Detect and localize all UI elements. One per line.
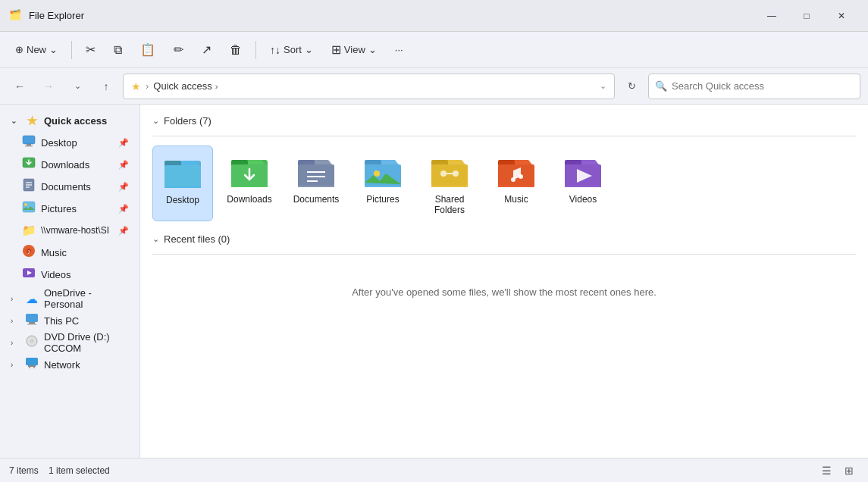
folder-documents-icon — [295, 152, 337, 191]
search-input[interactable] — [672, 80, 854, 92]
up-button[interactable]: ↑ — [94, 74, 118, 99]
expand-icon: ⌄ — [11, 117, 20, 125]
paste-button[interactable]: 📋 — [133, 37, 163, 63]
svg-point-9 — [24, 203, 27, 206]
sidebar-item-downloads[interactable]: Downloads 📌 — [3, 154, 136, 175]
expand-right-icon-pc: › — [11, 317, 20, 325]
more-icon: ··· — [395, 44, 403, 55]
network-icon — [24, 356, 39, 373]
more-button[interactable]: ··· — [387, 37, 411, 63]
sidebar-item-onedrive[interactable]: › ☁ OneDrive - Personal — [3, 288, 136, 309]
refresh-button[interactable]: ↻ — [619, 74, 644, 99]
cut-icon: ✂ — [86, 42, 96, 57]
folders-chevron-icon: ⌄ — [152, 116, 159, 126]
downloads-icon — [21, 156, 36, 173]
sidebar-item-videos[interactable]: Videos — [3, 264, 136, 285]
sidebar-item-music[interactable]: ♪ Music — [3, 242, 136, 263]
desktop-label: Desktop — [41, 137, 114, 149]
svg-rect-22 — [26, 358, 38, 365]
folder-music[interactable]: Music — [486, 146, 547, 221]
svg-rect-2 — [25, 146, 33, 147]
folder-videos[interactable]: Videos — [553, 146, 613, 221]
sidebar-quick-access-header[interactable]: ⌄ ★ Quick access — [3, 110, 136, 131]
sort-arrows-icon: ↑↓ — [270, 44, 280, 56]
onedrive-label: OneDrive - Personal — [44, 287, 129, 310]
folder-pictures-label: Pictures — [366, 194, 399, 205]
view-button[interactable]: ⊞ View ⌄ — [324, 37, 384, 63]
network-folder-icon: 📁 — [21, 224, 36, 237]
folder-shared[interactable]: Shared Folders — [419, 146, 480, 221]
close-button[interactable]: ✕ — [824, 0, 859, 32]
delete-button[interactable]: 🗑 — [222, 37, 249, 63]
title-bar: 🗂️ File Explorer — □ ✕ — [0, 0, 868, 32]
svg-rect-47 — [431, 164, 468, 186]
copy-button[interactable]: ⧉ — [106, 37, 130, 63]
folder-shared-label: Shared Folders — [422, 194, 477, 215]
sidebar-item-documents[interactable]: Documents 📌 — [3, 176, 136, 197]
sidebar-item-network[interactable]: › Network — [3, 354, 136, 375]
thispc-label: This PC — [44, 315, 129, 327]
grid-view-button[interactable]: ⊞ — [839, 461, 859, 480]
sidebar-item-pictures[interactable]: Pictures 📌 — [3, 198, 136, 219]
view-icon: ⊞ — [331, 42, 341, 57]
share-button[interactable]: ↗ — [194, 37, 219, 63]
separator-1 — [71, 41, 72, 59]
folder-pictures[interactable]: Pictures — [353, 146, 413, 221]
pin-icon-pic: 📌 — [118, 204, 129, 214]
folder-desktop-label: Desktop — [166, 195, 199, 205]
sidebar-item-thispc[interactable]: › This PC — [3, 310, 136, 331]
folders-divider — [152, 136, 856, 136]
rename-button[interactable]: ✏ — [166, 37, 191, 63]
svg-rect-0 — [23, 136, 35, 144]
sidebar-item-vmware[interactable]: 📁 \\vmware-host\SI 📌 — [3, 220, 136, 241]
search-box[interactable]: 🔍 — [648, 74, 860, 99]
address-input[interactable]: ★ › Quick access › ⌄ — [123, 74, 615, 99]
dvd-label: DVD Drive (D:) CCCOM — [44, 331, 129, 354]
svg-point-25 — [33, 367, 35, 368]
folder-music-icon — [495, 152, 537, 191]
documents-icon — [21, 178, 36, 195]
folder-desktop[interactable]: Desktop — [152, 146, 213, 221]
address-path: Quick access › — [153, 80, 595, 92]
svg-text:♪: ♪ — [27, 249, 30, 255]
maximize-button[interactable]: □ — [789, 0, 824, 32]
recent-section-header[interactable]: ⌄ Recent files (0) — [152, 233, 856, 245]
forward-button[interactable]: → — [36, 74, 61, 99]
svg-rect-23 — [28, 365, 36, 367]
svg-rect-17 — [29, 322, 35, 324]
pictures-label: Pictures — [41, 203, 114, 214]
recent-locations-button[interactable]: ⌄ — [65, 74, 89, 99]
svg-point-21 — [31, 340, 33, 342]
delete-icon: 🗑 — [230, 43, 242, 57]
status-info: 7 items 1 item selected — [9, 465, 110, 476]
list-view-button[interactable]: ☰ — [816, 461, 836, 480]
cut-button[interactable]: ✂ — [78, 37, 103, 63]
thispc-icon — [24, 313, 39, 328]
search-icon: 🔍 — [655, 80, 667, 92]
vmware-label: \\vmware-host\SI — [41, 225, 114, 236]
folder-downloads-icon — [228, 152, 271, 191]
folder-videos-label: Videos — [569, 194, 597, 205]
sidebar-item-dvd[interactable]: › DVD Drive (D:) CCCOM — [3, 332, 136, 353]
recent-chevron-icon: ⌄ — [152, 234, 159, 244]
sort-chevron-icon: ⌄ — [305, 44, 313, 55]
folder-documents[interactable]: Documents — [286, 146, 346, 221]
path-end-chevron-icon: › — [215, 82, 218, 91]
folder-downloads[interactable]: Downloads — [219, 146, 280, 221]
path-separator-icon: › — [146, 80, 149, 92]
music-icon: ♪ — [21, 244, 36, 261]
sort-button[interactable]: ↑↓ Sort ⌄ — [262, 37, 321, 63]
new-plus-icon: ⊕ — [15, 44, 24, 55]
svg-rect-16 — [26, 314, 38, 322]
status-bar: 7 items 1 item selected ☰ ⊞ — [0, 458, 868, 482]
minimize-button[interactable]: — — [754, 0, 789, 32]
folders-section-label: Folders (7) — [164, 115, 212, 127]
sidebar-item-desktop[interactable]: Desktop 📌 — [3, 132, 136, 153]
svg-point-55 — [519, 174, 523, 179]
svg-point-48 — [440, 171, 447, 177]
new-button[interactable]: ⊕ New ⌄ — [8, 37, 65, 63]
back-button[interactable]: ← — [8, 74, 32, 99]
folders-section-header[interactable]: ⌄ Folders (7) — [152, 115, 856, 127]
app-title: File Explorer — [29, 10, 84, 21]
folder-grid: Desktop Downloads — [152, 146, 856, 221]
